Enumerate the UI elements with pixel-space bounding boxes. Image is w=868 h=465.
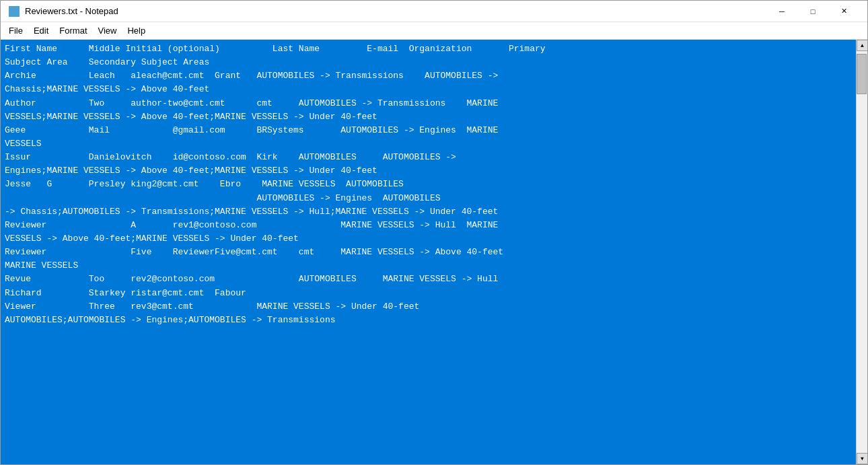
title-bar: Reviewers.txt - Notepad ─ □ ✕ (1, 1, 867, 22)
scrollbar: ▲ ▼ (856, 40, 867, 464)
scroll-down-button[interactable]: ▼ (857, 453, 867, 464)
menu-file[interactable]: File (3, 24, 28, 37)
maximize-button[interactable]: □ (797, 1, 828, 22)
minimize-button[interactable]: ─ (766, 1, 797, 22)
menu-help[interactable]: Help (122, 24, 151, 37)
scroll-up-button[interactable]: ▲ (857, 40, 867, 51)
notepad-window: Reviewers.txt - Notepad ─ □ ✕ File Edit … (0, 0, 868, 465)
text-editor[interactable]: First Name Middle Initial (optional) Las… (1, 40, 856, 464)
scrollbar-track[interactable] (857, 51, 867, 453)
menu-bar: File Edit Format View Help (1, 22, 867, 40)
scrollbar-thumb[interactable] (857, 54, 867, 94)
window-controls: ─ □ ✕ (766, 1, 859, 22)
menu-format[interactable]: Format (54, 24, 92, 37)
close-button[interactable]: ✕ (828, 1, 859, 22)
content-area: First Name Middle Initial (optional) Las… (1, 40, 867, 464)
window-title: Reviewers.txt - Notepad (25, 6, 766, 16)
menu-view[interactable]: View (93, 24, 122, 37)
menu-edit[interactable]: Edit (28, 24, 54, 37)
notepad-icon (9, 6, 20, 17)
